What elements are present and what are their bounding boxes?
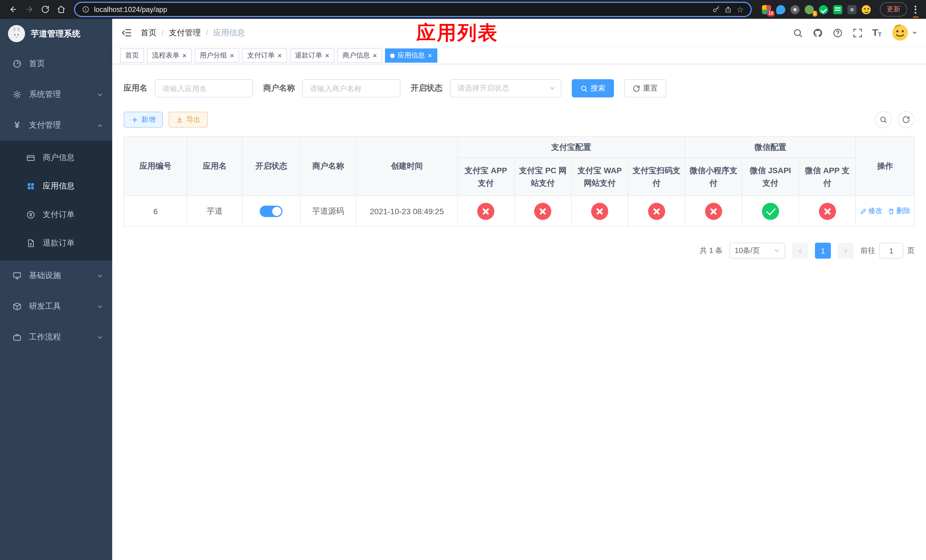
sidebar-item-payment[interactable]: ¥ 支付管理 [0,110,112,141]
page-annotation: 应用列表 [416,20,498,46]
github-icon[interactable] [813,28,823,38]
chevron-down-icon [97,91,103,98]
cell-wechat-app [799,196,856,227]
breadcrumb-payment[interactable]: 支付管理 [169,28,201,38]
refresh-button[interactable] [897,111,915,128]
breadcrumb-home[interactable]: 首页 [141,28,157,38]
export-button[interactable]: 导出 [169,112,208,128]
close-icon[interactable]: × [325,52,330,59]
tab-home[interactable]: 首页 [120,48,144,63]
tab-process-form[interactable]: 流程表单 × [147,48,192,63]
tab-refund-order[interactable]: 退款订单 × [290,48,334,63]
reset-button-label: 重置 [643,83,658,94]
close-icon[interactable]: × [373,52,377,59]
goto-page: 前往 页 [861,243,915,259]
col-header-wechat-jsapi: 微信 JSAPI 支付 [742,158,799,196]
next-page-button[interactable]: › [838,243,854,259]
sidebar-item-app-info[interactable]: 应用信息 [0,172,112,201]
extension-puzzle-icon[interactable] [847,5,856,14]
col-header-wechat-app: 微信 APP 支付 [799,158,856,196]
extension-avatar-icon[interactable]: 1 [805,5,814,14]
add-button[interactable]: 新增 [124,112,163,128]
merchant-name-input[interactable] [303,79,400,97]
share-icon[interactable] [725,6,732,13]
chevron-down-icon [912,32,917,36]
cell-actions: 修改 删除 [856,196,914,227]
reload-button[interactable] [38,2,52,17]
tab-merchant-info[interactable]: 商户信息 × [337,48,382,63]
help-icon[interactable] [832,28,843,38]
font-size-icon[interactable]: TT [872,28,882,38]
col-header-name: 应用名 [187,136,242,196]
cell-wechat-jsapi [742,196,799,227]
toggle-search-button[interactable] [875,111,892,128]
page-number-1[interactable]: 1 [815,243,831,259]
search-button[interactable]: 搜索 [572,79,614,97]
reset-button[interactable]: 重置 [624,79,666,97]
bookmark-star-icon[interactable]: ☆ [737,5,744,14]
pagination: 共 1 条 10条/页 ‹ 1 › 前往 页 [124,243,915,259]
sidebar-item-workflow[interactable]: 工作流程 [0,322,112,353]
breadcrumb: 首页 / 支付管理 / 应用信息 [141,28,245,38]
fullscreen-icon[interactable] [852,28,862,38]
search-icon[interactable] [793,28,803,38]
extension-grid-icon[interactable]: 10 [762,5,771,14]
app-status-switch[interactable] [260,205,283,217]
wechat-jsapi-status-icon [762,203,779,219]
extension-emoji-icon[interactable] [862,5,871,14]
user-avatar-menu[interactable] [891,24,917,42]
extension-wechat-icon[interactable] [819,5,828,14]
page-size-value: 10条/页 [735,245,760,256]
sidebar-item-refund-order[interactable]: 退款订单 [0,229,112,257]
close-icon[interactable]: × [182,52,186,59]
tab-label: 退款订单 [295,51,322,61]
sidebar-item-label: 支付订单 [43,210,103,220]
status-select[interactable]: 请选择开启状态 [450,79,561,97]
goto-page-input[interactable] [879,243,903,259]
status-label: 开启状态 [411,83,442,94]
app-name-input[interactable] [155,79,253,97]
hamburger-icon[interactable] [121,27,132,38]
url-bar[interactable]: localhost:1024/pay/app ☆ [74,2,752,17]
col-header-status: 开启状态 [242,136,300,196]
sidebar-item-label: 支付管理 [29,120,90,130]
sidebar-item-infrastructure[interactable]: 基础设施 [0,260,112,291]
sidebar-item-dev-tools[interactable]: 研发工具 [0,291,112,322]
extension-circle-icon[interactable] [790,5,800,14]
back-button[interactable] [6,2,21,17]
tags-bar: 首页 流程表单 × 用户分组 × 支付订单 × 退款订单 × [112,47,926,64]
tab-user-group[interactable]: 用户分组 × [195,48,239,63]
filter-app-name: 应用名 [124,79,253,97]
home-button[interactable] [53,2,68,17]
close-icon[interactable]: × [277,52,281,59]
sidebar-item-label: 退款订单 [43,238,103,248]
group-header-wechat: 微信配置 [685,136,856,158]
password-key-icon[interactable] [713,6,720,13]
forward-button[interactable] [22,2,36,17]
col-header-actions: 操作 [856,136,914,196]
extension-doc-icon[interactable] [833,5,842,14]
tab-label: 支付订单 [247,51,274,61]
sidebar-menu: 首页 系统管理 ¥ 支付管理 [0,48,112,560]
sidebar-item-system[interactable]: 系统管理 [0,79,112,110]
close-icon[interactable]: × [428,52,432,59]
browser-menu-icon[interactable] [911,3,920,16]
sidebar-item-pay-order[interactable]: 支付订单 [0,201,112,229]
close-icon[interactable]: × [230,52,234,59]
browser-update-button[interactable]: 更新 [880,2,907,17]
app-logo: 芋道管理系统 [0,19,112,48]
tab-pay-order[interactable]: 支付订单 × [242,48,287,63]
sidebar-item-home[interactable]: 首页 [0,48,112,79]
delete-link[interactable]: 删除 [888,206,910,216]
browser-chrome: localhost:1024/pay/app ☆ 10 1 更新 [0,0,926,19]
site-info-icon[interactable] [82,6,89,13]
prev-page-button[interactable]: ‹ [792,243,808,259]
tab-app-info[interactable]: 应用信息 × [385,48,437,63]
extension-drop-icon[interactable] [776,5,785,14]
app-title: 芋道管理系统 [31,28,80,39]
export-button-label: 导出 [186,115,200,124]
sidebar-item-merchant-info[interactable]: 商户信息 [0,144,112,172]
page-size-select[interactable]: 10条/页 [729,243,785,259]
sidebar-item-label: 工作流程 [29,332,90,342]
edit-link[interactable]: 修改 [859,206,882,216]
